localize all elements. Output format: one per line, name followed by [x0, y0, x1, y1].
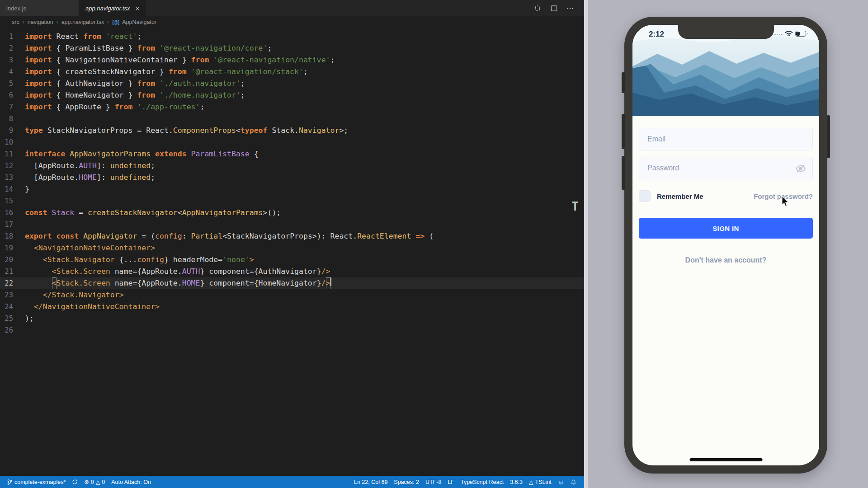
encoding-item[interactable]: UTF-8	[422, 479, 444, 485]
line-number: 4	[0, 66, 25, 78]
code-token: </Stack.Navigator>	[43, 289, 124, 301]
language-mode-item[interactable]: TypeScript React	[458, 479, 507, 485]
clock: 2:12	[649, 30, 664, 39]
code-line[interactable]: 3import { NavigationNativeContainer } fr…	[0, 54, 584, 66]
git-branch-item[interactable]: complete-exmaples*	[4, 476, 69, 488]
code-token: config	[155, 230, 182, 242]
code-token: './auth.navigator'	[160, 78, 241, 89]
code-token: ]:	[97, 160, 110, 172]
tslint-item[interactable]: △ TSLint	[526, 479, 555, 485]
feedback-item[interactable]: ☺	[555, 479, 567, 486]
code-line[interactable]: 6import { HomeNavigator } from './home.n…	[0, 89, 584, 101]
tab-index-js[interactable]: index.js	[0, 0, 79, 16]
code-token: './app-routes'	[137, 101, 200, 113]
breadcrumb-item[interactable]: src	[12, 19, 19, 25]
code-token: >	[250, 254, 254, 266]
password-field[interactable]	[639, 157, 813, 179]
encoding-label: UTF-8	[425, 479, 441, 485]
volume-up-button[interactable]	[622, 114, 625, 149]
code-token: from	[83, 31, 106, 42]
code-token: ;	[241, 78, 245, 89]
chevron-right-icon: ›	[57, 19, 58, 25]
eye-off-icon[interactable]	[795, 163, 807, 174]
ts-version-item[interactable]: 3.6.3	[507, 479, 526, 485]
code-line[interactable]: 18export const AppNavigator = (config: P…	[0, 230, 584, 242]
code-line[interactable]: 26	[0, 324, 584, 336]
code-line[interactable]: 25);	[0, 313, 584, 324]
cursor-position-item[interactable]: Ln 22, Col 69	[351, 479, 391, 485]
breadcrumb-item[interactable]: navigation	[28, 19, 53, 25]
code-line[interactable]: 1import React from 'react';	[0, 31, 584, 42]
code-token: import	[25, 42, 57, 54]
notifications-item[interactable]	[567, 479, 580, 485]
line-number: 5	[0, 78, 25, 89]
code-line[interactable]: 11interface AppNavigatorParams extends P…	[0, 148, 584, 160]
code-token: ;	[151, 172, 155, 183]
errors-icon: ⊗	[84, 479, 89, 485]
phone-status-bar: 2:12	[632, 29, 819, 40]
code-token	[25, 254, 43, 266]
code-token: = (	[137, 230, 155, 242]
code-line[interactable]: 21 <Stack.Screen name={AppRoute.AUTH} co…	[0, 266, 584, 277]
code-line[interactable]: 7import { AppRoute } from './app-routes'…	[0, 101, 584, 113]
line-number: 3	[0, 54, 25, 66]
code-token: { AuthNavigator }	[57, 78, 137, 89]
remember-me-label: Remember Me	[657, 192, 703, 200]
battery-icon	[795, 30, 807, 38]
tab-label: app.navigator.tsx	[85, 5, 130, 12]
remember-me-checkbox[interactable]	[639, 190, 651, 202]
code-line[interactable]: 15	[0, 195, 584, 207]
code-token: { AppRoute }	[57, 101, 115, 113]
code-editor[interactable]: 1import React from 'react';2import { Par…	[0, 28, 584, 476]
forgot-password-link[interactable]: Forgot password?	[754, 192, 813, 200]
code-line[interactable]: 2import { ParamListBase } from '@react-n…	[0, 42, 584, 54]
language-label: TypeScript React	[461, 479, 504, 485]
code-line[interactable]: 22 <Stack.Screen name={AppRoute.HOME} co…	[0, 277, 584, 289]
split-editor-icon[interactable]	[550, 4, 558, 12]
code-line[interactable]: 19 <NavigationNativeContainer>	[0, 242, 584, 254]
code-token: name={AppRoute.	[115, 266, 182, 277]
eol-item[interactable]: LF	[444, 479, 458, 485]
code-token	[25, 277, 52, 289]
problems-item[interactable]: ⊗ 0 △ 0	[81, 476, 108, 488]
open-changes-icon[interactable]	[533, 4, 542, 12]
code-line[interactable]: 14}	[0, 183, 584, 195]
code-line[interactable]: 20 <Stack.Navigator {...config} headerMo…	[0, 254, 584, 266]
code-line[interactable]: 8	[0, 113, 584, 125]
code-line[interactable]: 5import { AuthNavigator } from './auth.n…	[0, 78, 584, 89]
code-token: AUTH	[79, 160, 97, 172]
code-line[interactable]: 17	[0, 219, 584, 230]
code-line[interactable]: 4import { createStackNavigator } from '@…	[0, 66, 584, 78]
sign-in-button[interactable]: SIGN IN	[639, 218, 813, 239]
code-line[interactable]: 13 [AppRoute.HOME]: undefined;	[0, 172, 584, 183]
warnings-count: 0	[102, 479, 105, 485]
code-token: 'react'	[106, 31, 137, 42]
mute-switch[interactable]	[622, 72, 625, 93]
code-line[interactable]: 10	[0, 136, 584, 148]
breadcrumb-item[interactable]: app.navigator.tsx	[61, 19, 104, 25]
sign-up-link[interactable]: Don't have an account?	[632, 256, 819, 264]
code-token: import	[25, 66, 57, 78]
code-token: ;	[267, 42, 272, 54]
sync-item[interactable]	[69, 476, 81, 488]
auto-attach-item[interactable]: Auto Attach: On	[108, 476, 154, 488]
email-field[interactable]	[639, 128, 813, 150]
code-line[interactable]: 24 </NavigationNativeContainer>	[0, 301, 584, 313]
volume-down-button[interactable]	[622, 156, 625, 190]
tab-app-navigator[interactable]: app.navigator.tsx ×	[79, 0, 146, 16]
line-number: 24	[0, 301, 25, 313]
breadcrumb-item[interactable]: AppNavigator	[122, 19, 156, 25]
home-indicator[interactable]	[689, 458, 762, 461]
line-number: 8	[0, 113, 25, 125]
indentation-item[interactable]: Spaces: 2	[391, 479, 422, 485]
code-token: from	[115, 101, 137, 113]
line-number: 25	[0, 313, 25, 324]
code-line[interactable]: 12 [AppRoute.AUTH]: undefined;	[0, 160, 584, 172]
close-tab-icon[interactable]: ×	[136, 5, 140, 12]
power-button[interactable]	[827, 115, 830, 158]
code-line[interactable]: 16const Stack = createStackNavigator<App…	[0, 207, 584, 219]
code-token: <NavigationNativeContainer>	[34, 242, 155, 254]
code-line[interactable]: 23 </Stack.Navigator>	[0, 289, 584, 301]
code-line[interactable]: 9type StackNavigatorProps = React.Compon…	[0, 125, 584, 136]
more-actions-icon[interactable]: ⋯	[566, 4, 574, 12]
